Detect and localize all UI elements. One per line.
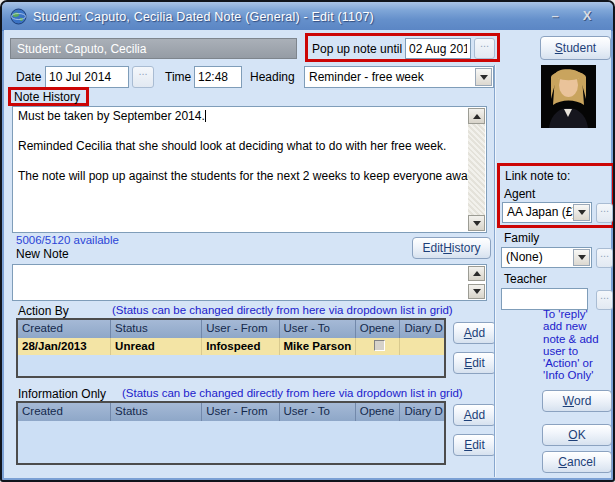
date-field[interactable] (45, 66, 129, 88)
grid-header: Created Status User - From User - To Ope… (18, 403, 444, 421)
student-button[interactable]: Student (540, 36, 611, 60)
close-icon[interactable]: X (577, 6, 597, 26)
agent-label: Agent (504, 187, 535, 201)
scroll-down-button[interactable] (468, 215, 485, 231)
family-dropdown[interactable]: (None) (501, 247, 592, 268)
column-header[interactable]: Diary D (400, 320, 444, 338)
chevron-down-icon (480, 75, 488, 80)
chevron-down-icon (578, 255, 586, 260)
cell-opened (356, 338, 401, 355)
action-edit-button[interactable]: Edit (453, 352, 496, 374)
information-only-grid[interactable]: Created Status User - From User - To Ope… (16, 401, 446, 465)
column-header[interactable]: Opene (356, 403, 401, 421)
reply-hint-line: To 'reply' (543, 308, 615, 320)
family-label: Family (504, 231, 539, 245)
column-header[interactable]: Diary D (400, 403, 444, 421)
column-header[interactable]: User - To (280, 320, 356, 338)
globe-app-icon (10, 8, 27, 25)
scroll-up-button[interactable] (468, 108, 485, 124)
cell-user-from: Infospeed (202, 338, 279, 355)
information-only-hint: (Status can be changed directly from her… (122, 387, 463, 399)
action-add-button[interactable]: Add (453, 322, 496, 344)
minimize-icon[interactable]: – (545, 6, 565, 26)
family-value: (None) (506, 250, 543, 264)
agent-browse-button[interactable]: ... (596, 203, 613, 223)
cell-created: 28/Jan/2013 (18, 338, 111, 355)
heading-dropdown-arrow[interactable] (475, 68, 492, 86)
note-line: The note will pop up against the student… (13, 170, 486, 183)
title-bar: Student: Caputo, Cecilia Dated Note (Gen… (2, 2, 613, 31)
table-row[interactable]: 28/Jan/2013 Unread Infospeed Mike Parson (18, 338, 444, 355)
cell-user-to: Mike Parson (280, 338, 356, 355)
column-header[interactable]: User - To (280, 403, 356, 421)
arrow-up-icon (473, 271, 481, 276)
agent-value: AA Japan (£) (507, 205, 576, 219)
column-header[interactable]: Status (111, 320, 202, 338)
reply-hint-line: 'Action' or (543, 357, 615, 369)
column-header[interactable]: Status (111, 403, 202, 421)
teacher-browse-button[interactable]: ... (596, 290, 613, 310)
reply-hint-line: user to (543, 345, 615, 357)
ok-button[interactable]: OK (542, 424, 612, 446)
info-edit-button[interactable]: Edit (453, 434, 496, 456)
scroll-down-button[interactable] (468, 284, 485, 299)
column-header[interactable]: User - From (202, 403, 279, 421)
date-browse-button[interactable]: ... (132, 66, 154, 88)
new-note-label: New Note (16, 247, 69, 261)
note-history-label: Note History (14, 90, 80, 104)
note-line: Reminded Cecilia that she should look at… (13, 140, 486, 153)
action-by-hint: (Status can be changed directly from her… (112, 304, 453, 316)
word-button[interactable]: Word (542, 390, 612, 412)
reply-hint-line: note & add (543, 333, 615, 345)
reply-hint-line: 'Info Only' (543, 369, 615, 381)
column-header[interactable]: User - From (202, 320, 279, 338)
note-history-textarea[interactable]: Must be taken by September 2014. Reminde… (12, 106, 487, 233)
popup-until-label: Pop up note until (312, 42, 402, 56)
arrow-up-icon (473, 114, 481, 119)
scroll-up-button[interactable] (468, 266, 485, 281)
opened-checkbox[interactable] (374, 340, 385, 351)
edit-history-button[interactable]: Edit History (412, 237, 491, 259)
link-note-title: Link note to: (505, 169, 570, 183)
time-label: Time (165, 70, 191, 84)
arrow-down-icon (473, 289, 481, 294)
action-by-grid[interactable]: Created Status User - From User - To Ope… (16, 318, 446, 378)
note-line (13, 125, 486, 138)
student-photo (541, 65, 596, 128)
agent-dropdown[interactable]: AA Japan (£) (502, 202, 592, 223)
window-title: Student: Caputo, Cecilia Dated Note (Gen… (33, 10, 374, 24)
cancel-button[interactable]: Cancel (542, 451, 612, 473)
note-line (13, 155, 486, 168)
family-dropdown-arrow[interactable] (573, 249, 590, 266)
teacher-label: Teacher (504, 272, 547, 286)
cell-diary-date (400, 338, 444, 355)
agent-dropdown-arrow[interactable] (573, 204, 590, 221)
heading-dropdown[interactable]: Reminder - free week (304, 66, 494, 88)
info-add-button[interactable]: Add (453, 404, 496, 426)
reply-hint-text: To 'reply' add new note & add user to 'A… (543, 308, 615, 382)
information-only-label: Information Only (18, 387, 106, 401)
popup-until-browse-button[interactable]: ... (474, 38, 495, 59)
student-name-bar: Student: Caputo, Cecilia (10, 38, 297, 59)
action-by-label: Action By (18, 304, 69, 318)
dialog-window: Student: Caputo, Cecilia Dated Note (Gen… (0, 0, 615, 482)
heading-label: Heading (250, 70, 295, 84)
cell-status[interactable]: Unread (111, 338, 202, 355)
time-field[interactable] (194, 66, 242, 88)
reply-hint-line: add new (543, 320, 615, 332)
new-note-textarea[interactable] (12, 264, 487, 301)
popup-until-date-field[interactable] (405, 38, 471, 59)
column-header[interactable]: Opene (356, 320, 401, 338)
teacher-field[interactable] (501, 288, 588, 310)
grid-header: Created Status User - From User - To Ope… (18, 320, 444, 338)
family-browse-button[interactable]: ... (596, 248, 613, 268)
dialog-content: Student: Caputo, Cecilia Pop up note unt… (4, 30, 611, 478)
column-header[interactable]: Created (18, 320, 111, 338)
heading-value: Reminder - free week (309, 70, 424, 84)
note-history-scrollbar[interactable] (468, 108, 485, 231)
arrow-down-icon (473, 221, 481, 226)
new-note-scrollbar[interactable] (468, 266, 485, 299)
chars-available-text: 5006/5120 available (16, 234, 119, 246)
note-line: Must be taken by September 2014. (13, 110, 486, 123)
column-header[interactable]: Created (18, 403, 111, 421)
